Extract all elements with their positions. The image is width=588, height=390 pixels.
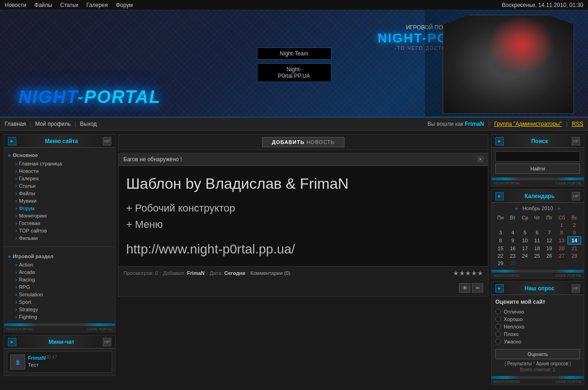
cal-prev[interactable]: «: [515, 205, 518, 211]
cal-cell[interactable]: 9: [568, 229, 581, 237]
cal-cell[interactable]: 20: [555, 245, 568, 253]
home-link[interactable]: Главная: [5, 121, 26, 127]
calendar-footer-text: NIGHT-PORTAL GAME PORTAL: [492, 273, 584, 278]
cal-cell[interactable]: 25: [531, 252, 543, 260]
menu-films[interactable]: Фильми: [8, 234, 111, 242]
group-link[interactable]: Группа "Администраторы": [494, 121, 561, 127]
menu-movies[interactable]: Мувики: [8, 197, 111, 205]
nav-news[interactable]: Новости: [5, 2, 26, 8]
center-content: ДОБАВИТЬ НОВОСТЬ Багов не обнаружено ! ✕…: [118, 134, 488, 388]
cal-day-sat: Сб: [555, 214, 568, 221]
menu-articles[interactable]: Статьи: [8, 182, 111, 190]
cal-cell[interactable]: 2: [568, 221, 581, 229]
menu-racing[interactable]: Racing: [8, 276, 111, 283]
search-footer-left: NIGHT-PORTAL: [493, 181, 520, 185]
nav-files[interactable]: Файлы: [34, 2, 52, 8]
poll-archive-link[interactable]: Архив опросов: [536, 361, 568, 366]
cal-cell[interactable]: 12: [543, 237, 555, 245]
edit-action-button[interactable]: ✏: [472, 283, 483, 293]
cal-cell[interactable]: 9: [507, 237, 519, 245]
cal-cell[interactable]: 11: [531, 237, 543, 245]
menu-forum[interactable]: Форум: [8, 205, 111, 212]
poll-panel: ► Наш опрос НР Оцените мой сайт Отлично …: [491, 281, 584, 385]
cal-cell[interactable]: 19: [543, 245, 555, 253]
cal-cell[interactable]: 29: [494, 260, 507, 267]
team-button[interactable]: Night-Team: [257, 48, 331, 60]
profile-link[interactable]: Мой профиль: [35, 121, 71, 127]
chat-title: Мини-чат: [20, 339, 103, 345]
article-title: Шаблон by Владислав & FrimaN: [126, 175, 480, 192]
menu-gallery[interactable]: Галерея: [8, 175, 111, 182]
sep1: |: [30, 121, 31, 127]
menu-guestbook[interactable]: Гостевая: [8, 219, 111, 227]
cal-cell[interactable]: 5: [519, 229, 531, 237]
meta-sep1: |: [160, 270, 161, 276]
chat-time: 00:47: [46, 355, 57, 360]
view-action-button[interactable]: 👁: [459, 283, 470, 293]
menu-simulation[interactable]: Simulation: [8, 291, 111, 298]
close-notice-button[interactable]: ✕: [478, 157, 483, 162]
menu-strategy[interactable]: Strategy: [8, 306, 111, 313]
cal-cell[interactable]: 6: [531, 229, 543, 237]
nav-forum[interactable]: Форум: [116, 2, 133, 8]
cal-cell[interactable]: 8: [555, 229, 568, 237]
cal-cell[interactable]: 23: [507, 252, 519, 260]
menu-home[interactable]: Главная страница: [8, 160, 111, 167]
cal-cell[interactable]: 17: [519, 245, 531, 253]
cal-cell[interactable]: 15: [494, 245, 507, 253]
cal-cell[interactable]: 4: [507, 229, 519, 237]
menu-action[interactable]: Action: [8, 261, 111, 268]
poll-radio-1[interactable]: [495, 309, 501, 315]
search-corner-right: НР: [572, 137, 580, 145]
cal-cell[interactable]: 18: [531, 245, 543, 253]
nav-gallery[interactable]: Галерея: [87, 2, 108, 8]
poll-header: ► Наш опрос НР: [492, 282, 584, 295]
search-button[interactable]: Найти: [495, 164, 580, 174]
poll-corner-icon: ►: [495, 284, 504, 293]
menu-rpg[interactable]: RPG: [8, 283, 111, 291]
menu-monitoring[interactable]: Мониторинг: [8, 212, 111, 219]
cal-cell[interactable]: 16: [507, 245, 519, 253]
poll-radio-2[interactable]: [495, 316, 501, 322]
menu-top-sites[interactable]: TOP сайтов: [8, 227, 111, 234]
cal-cell[interactable]: 14: [568, 237, 581, 245]
top-nav: Новости Файлы Статьи Галерея Форум: [5, 2, 139, 8]
cal-cell[interactable]: 28: [568, 252, 581, 260]
cal-cell[interactable]: 27: [555, 252, 568, 260]
add-news-button[interactable]: ДОБАВИТЬ НОВОСТЬ: [262, 137, 345, 147]
poll-radio-5[interactable]: [495, 339, 501, 344]
menu-fighting[interactable]: Fighting: [8, 313, 111, 321]
chat-username: FrimaN: [28, 355, 46, 361]
nav-articles[interactable]: Статьи: [60, 2, 78, 8]
cal-cell[interactable]: 1: [555, 221, 568, 229]
cal-next[interactable]: »: [558, 205, 561, 211]
cal-cell[interactable]: 24: [519, 252, 531, 260]
rss-link[interactable]: RSS: [572, 121, 583, 127]
comments-link[interactable]: Комментарии (0): [250, 270, 291, 276]
menu-files[interactable]: Файлы: [8, 190, 111, 197]
poll-corner-right: НР: [572, 284, 580, 293]
search-input[interactable]: [495, 151, 580, 162]
menu-arcade[interactable]: Arcade: [8, 268, 111, 276]
poll-vote-button[interactable]: Оценить: [495, 349, 580, 359]
chat-corner-right: НР: [103, 338, 111, 346]
menu-sport[interactable]: Sport: [8, 298, 111, 306]
cal-cell[interactable]: 26: [543, 252, 555, 260]
cal-cell[interactable]: 3: [494, 229, 507, 237]
poll-radio-4[interactable]: [495, 331, 501, 337]
cal-cell[interactable]: 21: [568, 245, 581, 253]
menu-panel-header: ► Меню сайта НР: [4, 135, 115, 148]
poll-option-1: Отлично: [495, 309, 580, 315]
site-button[interactable]: Night-P0rtal.PP.UA: [257, 63, 331, 82]
poll-results-link[interactable]: Результаты: [507, 361, 532, 366]
menu-news[interactable]: Новости: [8, 167, 111, 175]
cal-cell[interactable]: 7: [543, 229, 555, 237]
cal-cell[interactable]: 8: [494, 237, 507, 245]
menu-corner-icon: ►: [8, 137, 16, 145]
poll-radio-3[interactable]: [495, 324, 501, 329]
cal-cell[interactable]: 22: [494, 252, 507, 260]
cal-today[interactable]: 13: [555, 237, 568, 245]
cal-day-tue: Вт: [507, 214, 519, 221]
cal-cell[interactable]: 10: [519, 237, 531, 245]
logout-link[interactable]: Выход: [80, 121, 97, 127]
